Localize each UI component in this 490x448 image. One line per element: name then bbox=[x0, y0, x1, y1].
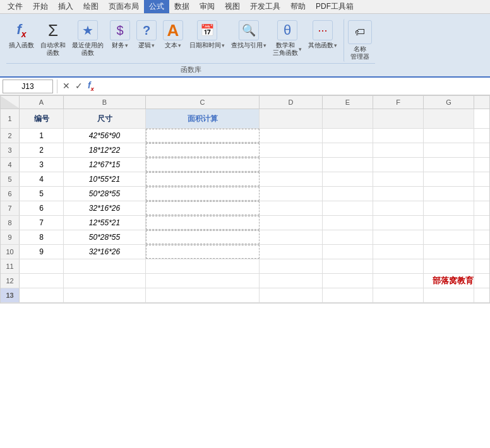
cell-e12[interactable] bbox=[323, 274, 373, 288]
cell-a3[interactable]: 2 bbox=[20, 143, 64, 157]
insert-formula-icon[interactable]: fx bbox=[87, 80, 95, 92]
cell-c6[interactable] bbox=[146, 187, 260, 201]
col-header-g[interactable]: G bbox=[424, 96, 474, 109]
cell-g3[interactable] bbox=[424, 143, 474, 157]
cell-a12[interactable] bbox=[20, 274, 64, 288]
cell-c4[interactable] bbox=[146, 158, 260, 172]
finance-button[interactable]: $ 财务 ▾ bbox=[107, 19, 133, 50]
name-mgr-button[interactable]: 🏷 名称 管理器 bbox=[344, 19, 375, 62]
math-button[interactable]: θ 数学和 三角函数 ▾ bbox=[270, 19, 304, 58]
recent-func-button[interactable]: ★ 最近使用的 函数 bbox=[69, 19, 106, 58]
cell-a6[interactable]: 5 bbox=[20, 187, 64, 201]
cell-g4[interactable] bbox=[424, 158, 474, 172]
cell-g11[interactable] bbox=[424, 259, 474, 273]
cell-d10[interactable] bbox=[260, 245, 323, 259]
cell-a5[interactable]: 4 bbox=[20, 172, 64, 186]
menu-data[interactable]: 数据 bbox=[169, 0, 194, 13]
cell-c1[interactable]: 面积计算 bbox=[146, 109, 260, 128]
confirm-formula-icon[interactable]: ✓ bbox=[74, 81, 84, 91]
cell-a2[interactable]: 1 bbox=[20, 129, 64, 143]
text-button[interactable]: A 文本 ▾ bbox=[160, 19, 186, 50]
col-header-f[interactable]: F bbox=[373, 96, 424, 109]
cell-f3[interactable] bbox=[373, 143, 424, 157]
cell-b12[interactable] bbox=[64, 274, 146, 288]
cell-f4[interactable] bbox=[373, 158, 424, 172]
cell-e2[interactable] bbox=[323, 129, 373, 143]
cell-c9[interactable] bbox=[146, 230, 260, 244]
cell-e7[interactable] bbox=[323, 201, 373, 215]
cell-e1[interactable] bbox=[323, 109, 373, 128]
cell-f10[interactable] bbox=[373, 245, 424, 259]
cell-d3[interactable] bbox=[260, 143, 323, 157]
cell-c12[interactable] bbox=[146, 274, 260, 288]
cell-b1[interactable]: 尺寸 bbox=[64, 109, 146, 128]
other-func-button[interactable]: ··· 其他函数 ▾ bbox=[306, 19, 340, 50]
cell-g7[interactable] bbox=[424, 201, 474, 215]
cell-d12[interactable] bbox=[260, 274, 323, 288]
cell-f6[interactable] bbox=[373, 187, 424, 201]
menu-review[interactable]: 审阅 bbox=[194, 0, 220, 13]
cell-b9[interactable]: 50*28*55 bbox=[64, 230, 146, 244]
cell-b6[interactable]: 50*28*55 bbox=[64, 187, 146, 201]
cell-g6[interactable] bbox=[424, 187, 474, 201]
cell-d9[interactable] bbox=[260, 230, 323, 244]
menu-view[interactable]: 视图 bbox=[220, 0, 245, 13]
cell-f12[interactable] bbox=[373, 274, 424, 288]
menu-help[interactable]: 帮助 bbox=[285, 0, 311, 13]
cell-e3[interactable] bbox=[323, 143, 373, 157]
cell-a11[interactable] bbox=[20, 259, 64, 273]
cell-d7[interactable] bbox=[260, 201, 323, 215]
cell-g8[interactable] bbox=[424, 216, 474, 230]
lookup-button[interactable]: 🔍 查找与引用 ▾ bbox=[229, 19, 269, 50]
menu-pagelayout[interactable]: 页面布局 bbox=[104, 0, 144, 13]
cell-d4[interactable] bbox=[260, 158, 323, 172]
cell-c11[interactable] bbox=[146, 259, 260, 273]
cell-g2[interactable] bbox=[424, 129, 474, 143]
cell-e13[interactable] bbox=[323, 288, 373, 302]
cell-c3[interactable] bbox=[146, 143, 260, 157]
cell-f7[interactable] bbox=[373, 201, 424, 215]
cell-b2[interactable]: 42*56*90 bbox=[64, 129, 146, 143]
cell-a8[interactable]: 7 bbox=[20, 216, 64, 230]
cell-g12[interactable]: 部落窝教育 bbox=[424, 274, 474, 288]
cancel-formula-icon[interactable]: ✕ bbox=[61, 81, 71, 91]
cell-d2[interactable] bbox=[260, 129, 323, 143]
menu-home[interactable]: 开始 bbox=[28, 0, 53, 13]
cell-b13[interactable] bbox=[64, 288, 146, 302]
cell-b7[interactable]: 32*16*26 bbox=[64, 201, 146, 215]
col-header-d[interactable]: D bbox=[260, 96, 323, 109]
menu-pdf[interactable]: PDF工具箱 bbox=[311, 0, 359, 13]
menu-file[interactable]: 文件 bbox=[3, 0, 28, 13]
cell-g1[interactable] bbox=[424, 109, 474, 128]
cell-d5[interactable] bbox=[260, 172, 323, 186]
cell-c5[interactable] bbox=[146, 172, 260, 186]
cell-e6[interactable] bbox=[323, 187, 373, 201]
auto-sum-button[interactable]: Σ 自动求和 函数 bbox=[38, 19, 68, 58]
cell-d6[interactable] bbox=[260, 187, 323, 201]
col-header-a[interactable]: A bbox=[20, 96, 64, 109]
cell-g9[interactable] bbox=[424, 230, 474, 244]
col-header-c[interactable]: C bbox=[146, 96, 260, 109]
cell-d1[interactable] bbox=[260, 109, 323, 128]
cell-f11[interactable] bbox=[373, 259, 424, 273]
logic-button[interactable]: ? 逻辑 ▾ bbox=[134, 19, 159, 50]
col-header-b[interactable]: B bbox=[64, 96, 146, 109]
datetime-button[interactable]: 📅 日期和时间 ▾ bbox=[187, 19, 227, 50]
cell-e11[interactable] bbox=[323, 259, 373, 273]
cell-f8[interactable] bbox=[373, 216, 424, 230]
cell-d13[interactable] bbox=[260, 288, 323, 302]
cell-a10[interactable]: 9 bbox=[20, 245, 64, 259]
cell-a13[interactable] bbox=[20, 288, 64, 302]
cell-b10[interactable]: 32*16*26 bbox=[64, 245, 146, 259]
cell-a4[interactable]: 3 bbox=[20, 158, 64, 172]
cell-g13[interactable] bbox=[424, 288, 474, 302]
cell-f9[interactable] bbox=[373, 230, 424, 244]
cell-f1[interactable] bbox=[373, 109, 424, 128]
cell-e4[interactable] bbox=[323, 158, 373, 172]
col-header-e[interactable]: E bbox=[323, 96, 373, 109]
cell-c7[interactable] bbox=[146, 201, 260, 215]
cell-b8[interactable]: 12*55*21 bbox=[64, 216, 146, 230]
cell-c10[interactable] bbox=[146, 245, 260, 259]
cell-e8[interactable] bbox=[323, 216, 373, 230]
cell-b4[interactable]: 12*67*15 bbox=[64, 158, 146, 172]
